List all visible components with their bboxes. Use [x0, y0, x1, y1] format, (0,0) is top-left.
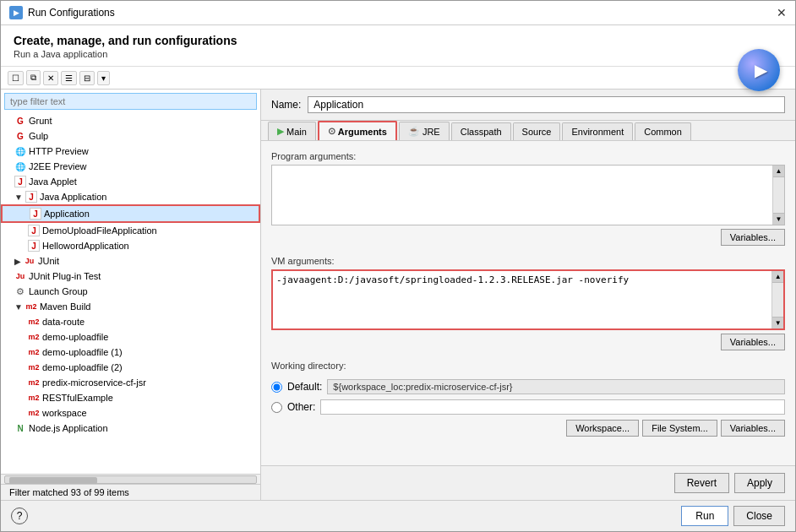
tree-item-demo-uploadfile[interactable]: m2 demo-uploadfile [1, 329, 260, 345]
filter-button[interactable]: ☰ [61, 71, 77, 85]
program-args-section: Program arguments: ▲ ▼ Variables... [271, 151, 785, 246]
helloword-icon: J [28, 240, 40, 252]
tab-jre[interactable]: ☕ JRE [399, 122, 450, 140]
tree-item-gulp[interactable]: G Gulp [1, 128, 260, 144]
tab-source[interactable]: Source [513, 122, 561, 140]
apply-button[interactable]: Apply [734, 473, 785, 493]
program-args-variables-button[interactable]: Variables... [721, 229, 785, 246]
demo-upload-icon: J [28, 225, 40, 236]
program-args-textarea[interactable] [272, 166, 772, 225]
header: Create, manage, and run configurations R… [14, 34, 782, 59]
tree-item-demo-uploadfile-2[interactable]: m2 demo-uploadfile (2) [1, 360, 260, 375]
close-button[interactable]: Close [733, 506, 785, 526]
collapse-button[interactable]: ⊟ [79, 71, 95, 85]
vm-args-scrollbar: ▲ ▼ [771, 271, 783, 328]
grunt-icon: G [14, 115, 26, 127]
tree-item-junit-plugin[interactable]: Ju JUnit Plug-in Test [1, 269, 260, 284]
main-tab-icon: ▶ [277, 126, 284, 137]
run-button[interactable]: Run [681, 506, 728, 526]
demo-uploadfile-1-icon: m2 [28, 346, 40, 358]
title-bar: ▶ Run Configurations ✕ [1, 1, 795, 25]
expand-arrow: ▼ [14, 193, 23, 202]
delete-button[interactable]: ✕ [43, 71, 58, 85]
dir-buttons: Workspace... File System... Variables... [271, 420, 785, 437]
working-dir-section: Working directory: Default: Other: [271, 361, 785, 437]
tree-item-workspace[interactable]: m2 workspace [1, 405, 260, 421]
workspace-button[interactable]: Workspace... [566, 420, 639, 437]
nodejs-icon: N [14, 422, 26, 434]
tree-item-java-applet[interactable]: J Java Applet [1, 174, 260, 189]
close-window-button[interactable]: ✕ [777, 6, 787, 19]
new-config-button[interactable]: ☐ [8, 71, 24, 85]
right-panel: Name: ▶ Main ⊙ Arguments ☕ JRE Class [261, 90, 795, 500]
vm-args-variables-button[interactable]: Variables... [721, 334, 785, 350]
gulp-icon: G [14, 130, 26, 142]
http-preview-icon: 🌐 [14, 145, 26, 157]
tree-item-restful[interactable]: m2 RESTfulExample [1, 390, 260, 405]
duplicate-button[interactable]: ⧉ [26, 70, 41, 85]
default-dir-input[interactable] [327, 379, 785, 394]
other-dir-input[interactable] [320, 399, 785, 415]
variables-dir-button[interactable]: Variables... [721, 420, 785, 437]
default-radio[interactable] [271, 382, 282, 393]
header-title: Create, manage, and run configurations [14, 34, 782, 47]
window-icon: ▶ [9, 6, 23, 19]
j2ee-icon: 🌐 [14, 160, 26, 172]
tab-main[interactable]: ▶ Main [268, 122, 316, 140]
tree-item-launch-group[interactable]: ⚙ Launch Group [1, 284, 260, 299]
default-radio-label: Default: [287, 381, 322, 393]
tree-item-maven-build[interactable]: ▼ m2 Maven Build [1, 299, 260, 314]
window-title: Run Configurations [28, 7, 115, 19]
launch-group-icon: ⚙ [14, 285, 26, 297]
vm-args-section: VM arguments: -javaagent:D:/javasoft/spr… [271, 256, 785, 350]
workspace-icon: m2 [28, 407, 40, 419]
panel-content: Program arguments: ▲ ▼ Variables... [261, 141, 795, 465]
run-icon[interactable] [738, 49, 780, 91]
program-args-scrollbar: ▲ ▼ [772, 166, 784, 225]
tab-classpath[interactable]: Classpath [451, 122, 511, 140]
default-radio-row: Default: [271, 379, 785, 394]
demo-uploadfile-2-icon: m2 [28, 361, 40, 373]
tree-item-java-application[interactable]: ▼ J Java Application [1, 189, 260, 204]
tab-environment[interactable]: Environment [562, 122, 633, 140]
vm-args-textarea[interactable]: -javaagent:D:/javasoft/springloaded-1.2.… [273, 271, 771, 322]
tree-item-helloword[interactable]: J HellowordApplication [1, 238, 260, 253]
tree-item-predix[interactable]: m2 predix-microservice-cf-jsr [1, 375, 260, 390]
dialog-bottom-bar: ? Run Close [1, 500, 795, 531]
name-label: Name: [271, 99, 301, 111]
tree-item-junit[interactable]: ▶ Ju JUnit [1, 253, 260, 269]
filter-input[interactable] [4, 93, 257, 110]
tree-item-demo-upload[interactable]: J DemoUploadFileApplication [1, 223, 260, 238]
vm-args-label: VM arguments: [271, 256, 785, 266]
tree-item-nodejs[interactable]: N Node.js Application [1, 421, 260, 436]
tree-item-data-route[interactable]: m2 data-route [1, 314, 260, 329]
maven-expand-arrow: ▼ [14, 302, 23, 312]
tab-arguments[interactable]: ⊙ Arguments [318, 121, 397, 140]
bottom-actions-bar: Revert Apply [261, 465, 795, 500]
other-radio-row: Other: [271, 399, 785, 415]
java-applet-icon: J [14, 176, 26, 187]
demo-uploadfile-icon: m2 [28, 331, 40, 343]
tree-item-http-preview[interactable]: 🌐 HTTP Preview [1, 144, 260, 159]
more-button[interactable]: ▾ [97, 71, 110, 85]
junit-collapse-arrow: ▶ [14, 257, 21, 266]
other-radio[interactable] [271, 402, 282, 413]
name-input[interactable] [308, 96, 785, 113]
restful-icon: m2 [28, 392, 40, 404]
toolbar: ☐ ⧉ ✕ ☰ ⊟ ▾ [1, 67, 795, 90]
revert-button[interactable]: Revert [674, 473, 729, 493]
name-bar: Name: [261, 90, 795, 121]
java-application-icon: J [25, 191, 37, 203]
other-radio-label: Other: [287, 401, 315, 413]
tree-item-j2ee-preview[interactable]: 🌐 J2EE Preview [1, 159, 260, 174]
tree-container: G Grunt G Gulp 🌐 HTTP Preview 🌐 J2EE Pre… [1, 113, 260, 474]
tree-item-application[interactable]: J Application [1, 204, 260, 223]
tree-item-demo-uploadfile-1[interactable]: m2 demo-uploadfile (1) [1, 345, 260, 360]
jre-tab-icon: ☕ [408, 126, 420, 137]
filesystem-button[interactable]: File System... [642, 420, 717, 437]
tab-common[interactable]: Common [635, 122, 691, 140]
tree-item-grunt[interactable]: G Grunt [1, 113, 260, 128]
arguments-tab-icon: ⊙ [328, 126, 335, 137]
help-button[interactable]: ? [11, 508, 28, 524]
vm-args-wrapper: -javaagent:D:/javasoft/springloaded-1.2.… [271, 269, 785, 330]
